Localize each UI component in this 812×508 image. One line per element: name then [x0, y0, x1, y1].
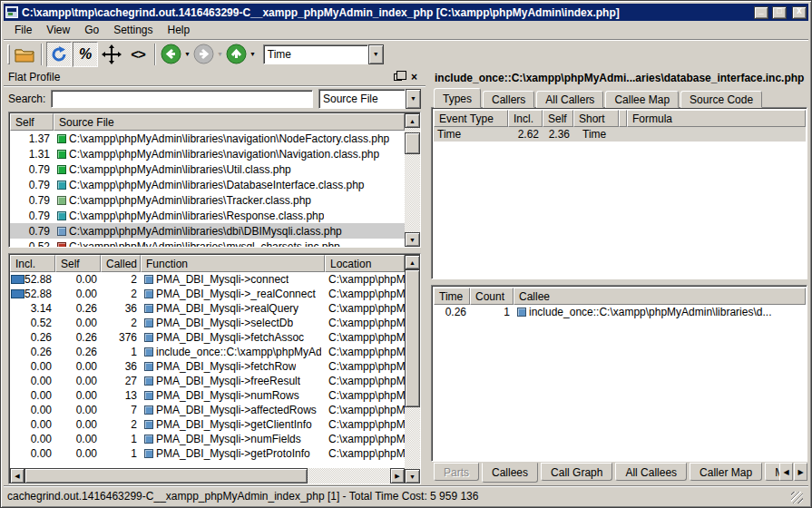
event-type-selector[interactable]: Time ▼	[263, 44, 384, 64]
scroll-up-icon[interactable]: ▲	[405, 255, 420, 269]
forward-button[interactable]: ▼	[192, 42, 224, 67]
detail-tab[interactable]: Source Code	[680, 91, 762, 108]
column-header-incl[interactable]: Incl.	[508, 110, 543, 127]
up-button[interactable]: ▼	[225, 42, 257, 67]
dock-header: Flat Profile ×	[4, 69, 426, 86]
column-header-called[interactable]: Called	[101, 255, 141, 272]
column-header-short[interactable]: Short	[573, 110, 619, 127]
chevron-down-icon[interactable]: ▼	[406, 89, 421, 109]
function-row[interactable]: 0.52 0.00 2 PMA_DBI_Mysqli->selectDb C:\…	[10, 316, 405, 330]
function-row[interactable]: 0.00 0.00 2 PMA_DBI_Mysqli->getClientInf…	[10, 417, 405, 432]
group-selector[interactable]: Source File ▼	[318, 89, 421, 109]
function-row[interactable]: 0.26 0.26 376 PMA_DBI_Mysqli->fetchAssoc…	[10, 330, 405, 345]
maximize-button[interactable]: □	[772, 6, 787, 19]
scrollbar-track[interactable]	[24, 468, 390, 484]
tab-scroll-right-icon[interactable]: ▶	[794, 463, 807, 481]
detail-tab[interactable]: All Callees	[615, 463, 687, 481]
column-header-location[interactable]: Location	[325, 255, 405, 272]
search-input[interactable]	[51, 90, 313, 108]
scroll-right-icon[interactable]: ▶	[390, 468, 405, 484]
detail-tab[interactable]: Parts	[434, 463, 479, 481]
column-header-incl[interactable]: Incl.	[10, 255, 55, 272]
function-row[interactable]: 3.14 0.26 36 PMA_DBI_Mysqli->realQuery C…	[10, 301, 405, 316]
function-row[interactable]: 0.00 0.00 27 PMA_DBI_Mysqli->freeResult …	[10, 374, 405, 388]
column-header-self[interactable]: Self	[10, 113, 54, 131]
detail-tab[interactable]: Call Graph	[541, 463, 612, 481]
detail-tab[interactable]: Callers	[483, 91, 534, 108]
source-file-row[interactable]: 1.37 C:\xampp\phpMyAdmin\libraries\navig…	[10, 131, 405, 146]
up-dropdown-caret[interactable]: ▼	[249, 51, 256, 57]
function-icon	[144, 275, 153, 284]
scroll-up-icon[interactable]: ▲	[405, 113, 420, 128]
scrollbar-thumb[interactable]	[405, 269, 420, 407]
scrollbar-track[interactable]	[405, 269, 420, 469]
source-table-vertical-scrollbar[interactable]: ▲ ▼	[405, 113, 420, 247]
scrollbar-track[interactable]	[405, 128, 420, 232]
menu-item[interactable]: File	[7, 22, 39, 38]
tab-scroll-left-icon[interactable]: ◀	[779, 463, 793, 481]
back-button[interactable]: ▼	[160, 42, 191, 67]
back-dropdown-caret[interactable]: ▼	[184, 51, 191, 57]
function-table-vertical-scrollbar[interactable]: ▲ ▼	[405, 255, 420, 484]
column-header-event-type[interactable]: Event Type	[434, 110, 508, 127]
column-header-source-file[interactable]: Source File	[54, 113, 405, 131]
column-header-count[interactable]: Count	[470, 288, 514, 305]
scrollbar-thumb[interactable]	[405, 132, 420, 154]
menu-item[interactable]: Help	[161, 22, 198, 38]
source-file-row[interactable]: 0.79 C:\xampp\phpMyAdmin\libraries\Util.…	[10, 161, 405, 177]
function-row[interactable]: 0.00 0.00 7 PMA_DBI_Mysqli->affectedRows…	[10, 403, 405, 417]
scroll-down-icon[interactable]: ▼	[405, 232, 420, 247]
source-file-row[interactable]: 1.31 C:\xampp\phpMyAdmin\libraries\navig…	[10, 146, 405, 161]
cycle-groups-button[interactable]	[46, 42, 72, 67]
event-type-row[interactable]: Time 2.62 2.36 Time	[434, 127, 806, 142]
menu-item[interactable]: Go	[77, 22, 106, 38]
detail-tab[interactable]: Types	[434, 88, 481, 108]
function-row[interactable]: 52.88 0.00 2 PMA_DBI_Mysqli->_realConnec…	[10, 287, 405, 301]
column-header-self[interactable]: Self	[543, 110, 573, 127]
detail-tab[interactable]: Callee Map	[605, 91, 679, 108]
menu-item[interactable]: Settings	[106, 22, 160, 38]
column-header-time[interactable]: Time	[434, 288, 470, 305]
function-row[interactable]: 0.00 0.00 1 PMA_DBI_Mysqli->numFields C:…	[10, 432, 405, 446]
function-row[interactable]: 52.88 0.00 2 PMA_DBI_Mysqli->connect C:\…	[10, 272, 405, 287]
source-file-row[interactable]: 0.79 C:\xampp\phpMyAdmin\libraries\Track…	[10, 192, 405, 208]
expand-tool-button[interactable]: <>	[125, 42, 151, 67]
float-dock-button[interactable]	[391, 71, 405, 83]
status-bar: cachegrind.out.1416463299-C__xampp_phpMy…	[4, 485, 808, 504]
forward-dropdown-caret[interactable]: ▼	[217, 51, 223, 57]
function-row[interactable]: 0.00 0.00 13 PMA_DBI_Mysqli->numRows C:\…	[10, 388, 405, 403]
close-dock-button[interactable]: ×	[407, 71, 421, 83]
detail-tab[interactable]: Callees	[482, 463, 538, 483]
chevron-down-icon[interactable]: ▼	[368, 44, 384, 64]
column-header-blank[interactable]	[619, 110, 627, 127]
column-header-self[interactable]: Self	[55, 255, 101, 272]
column-header-callee[interactable]: Callee	[514, 288, 806, 305]
scroll-left-icon[interactable]: ◀	[10, 468, 24, 484]
resize-grip-icon[interactable]	[791, 492, 803, 503]
function-row[interactable]: 0.00 0.00 36 PMA_DBI_Mysqli->fetchRow C:…	[10, 359, 405, 374]
scroll-down-icon[interactable]: ▼	[405, 469, 420, 484]
minimize-button[interactable]: _	[754, 6, 768, 19]
source-file-row[interactable]: 0.79 C:\xampp\phpMyAdmin\libraries\Respo…	[10, 208, 405, 223]
function-row[interactable]: 0.00 0.00 1 PMA_DBI_Mysqli->getProtoInfo…	[10, 446, 405, 461]
detail-tab[interactable]: Machine	[765, 463, 779, 481]
detail-tab[interactable]: All Callers	[536, 91, 603, 108]
function-row[interactable]: 0.26 0.26 1 include_once::C:\xampp\phpMy…	[10, 345, 405, 359]
open-file-button[interactable]	[12, 42, 37, 67]
source-file-row[interactable]: 0.79 C:\xampp\phpMyAdmin\libraries\Datab…	[10, 177, 405, 192]
move-tool-button[interactable]	[99, 42, 124, 67]
callee-row[interactable]: 0.26 1 include_once::C:\xampp\phpMyAdmin…	[434, 305, 806, 319]
function-table-horizontal-scrollbar[interactable]: ◀ ▶	[10, 468, 405, 484]
column-header-formula[interactable]: Formula	[627, 110, 806, 127]
source-file-row[interactable]: 0.79 C:\xampp\phpMyAdmin\libraries\dbi\D…	[10, 223, 405, 239]
menu-item[interactable]: View	[39, 22, 77, 38]
relative-percent-toggle[interactable]: %	[73, 42, 98, 67]
refresh-icon	[50, 45, 68, 64]
forward-icon	[193, 44, 214, 64]
column-header-function[interactable]: Function	[141, 255, 325, 272]
source-file-row[interactable]: 0.52 C:\xampp\phpMyAdmin\libraries\mysql…	[10, 239, 405, 247]
detail-tab[interactable]: Caller Map	[690, 463, 762, 481]
toolbar-grip[interactable]	[7, 44, 10, 64]
scrollbar-thumb[interactable]	[24, 468, 308, 484]
close-button[interactable]: X	[792, 6, 807, 19]
